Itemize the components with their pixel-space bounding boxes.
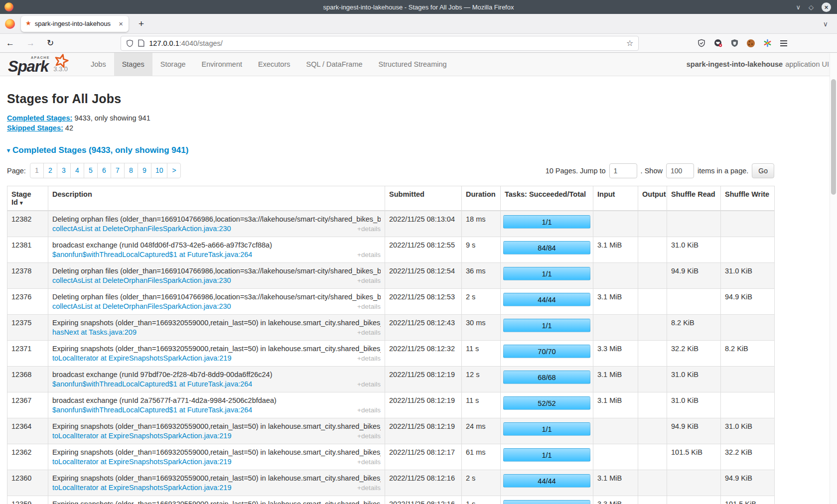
stage-id-cell: 12375: [7, 315, 48, 341]
tab-close-icon[interactable]: ×: [118, 20, 124, 27]
spark-star-icon: [54, 54, 69, 69]
details-toggle[interactable]: +details: [352, 277, 381, 284]
shuffle-read-cell: 94.9 KiB: [667, 263, 721, 289]
details-toggle[interactable]: +details: [352, 432, 381, 440]
page-button-3[interactable]: 3: [57, 163, 71, 178]
window-minimize-button[interactable]: ∨: [796, 4, 801, 10]
details-toggle[interactable]: +details: [352, 484, 381, 492]
mask-extension-icon[interactable]: [714, 39, 722, 47]
stage-callsite-link[interactable]: hasNext at Tasks.java:209: [52, 328, 137, 336]
collapse-arrow-icon: ▾: [7, 147, 10, 154]
tasks-cell: 52/52: [501, 392, 593, 418]
page-button-7[interactable]: 7: [111, 163, 125, 178]
url-text[interactable]: 127.0.0.1:4040/stages/: [149, 39, 622, 47]
column-header-duration[interactable]: Duration: [462, 186, 501, 211]
completed-stages-link[interactable]: Completed Stages:: [7, 114, 72, 122]
stage-callsite-link[interactable]: $anonfun$withThreadLocalCaptured$1 at Fu…: [52, 380, 252, 388]
shield-check-extension-icon[interactable]: [698, 39, 705, 47]
go-button[interactable]: Go: [752, 163, 774, 178]
tasks-progress-label: 84/84: [504, 242, 590, 254]
spark-tab-jobs[interactable]: Jobs: [83, 53, 114, 76]
spark-logo[interactable]: Spark APACHE 3.3.0: [0, 53, 76, 76]
stage-callsite-link[interactable]: $anonfun$withThreadLocalCaptured$1 at Fu…: [52, 251, 252, 258]
page-info-icon[interactable]: [138, 39, 144, 47]
stage-callsite-link[interactable]: toLocalIterator at ExpireSnapshotsSparkA…: [52, 484, 232, 492]
duration-cell: 24 ms: [462, 418, 501, 444]
url-bar[interactable]: 127.0.0.1:4040/stages/ ☆: [121, 36, 639, 51]
spark-tab-sql-dataframe[interactable]: SQL / DataFrame: [298, 53, 370, 76]
shuffle-write-cell: 32.2 KiB: [721, 444, 775, 470]
browser-tab[interactable]: ★ spark-ingest-into-lakehous ×: [21, 16, 129, 32]
scrollbar-thumb[interactable]: [831, 79, 836, 195]
reload-button[interactable]: ↻: [41, 39, 60, 47]
spark-favicon-icon: ★: [25, 20, 31, 26]
spark-tab-executors[interactable]: Executors: [250, 53, 298, 76]
forward-button[interactable]: →: [20, 39, 41, 47]
table-row: 12362 Expiring snapshots (older_than=166…: [7, 444, 775, 470]
completed-stages-section-header[interactable]: ▾Completed Stages (9433, only showing 94…: [7, 145, 837, 155]
tasks-cell: 44/44: [501, 289, 593, 315]
skipped-stages-link[interactable]: Skipped Stages:: [7, 124, 63, 132]
input-cell: [593, 263, 638, 289]
shuffle-read-cell: 31.0 KiB: [667, 367, 721, 392]
details-toggle[interactable]: +details: [352, 225, 381, 233]
page-button-8[interactable]: 8: [124, 163, 138, 178]
spark-tab-structured-streaming[interactable]: Structured Streaming: [371, 53, 455, 76]
tasks-cell: 1/1: [501, 263, 593, 289]
ublock-extension-icon[interactable]: [731, 39, 738, 47]
details-toggle[interactable]: +details: [352, 458, 381, 466]
hamburger-menu-icon[interactable]: [780, 40, 787, 46]
next-page-button[interactable]: >: [167, 163, 181, 178]
description-cell: Expiring snapshots (older_than=166932055…: [48, 496, 385, 504]
stage-description: Expiring snapshots (older_than=166932055…: [52, 319, 381, 327]
details-toggle[interactable]: +details: [352, 251, 381, 258]
details-toggle[interactable]: +details: [352, 406, 381, 414]
shuffle-write-cell: [721, 211, 775, 237]
back-button[interactable]: ←: [0, 39, 20, 47]
items-per-page-input[interactable]: [666, 163, 694, 178]
details-toggle[interactable]: +details: [352, 329, 381, 336]
cookie-extension-icon[interactable]: [747, 39, 755, 47]
new-tab-button[interactable]: +: [136, 18, 147, 29]
stage-callsite-link[interactable]: $anonfun$withThreadLocalCaptured$1 at Fu…: [52, 406, 252, 414]
output-cell: [638, 289, 667, 315]
page-button-4[interactable]: 4: [70, 163, 84, 178]
shield-icon[interactable]: [126, 39, 134, 47]
page-button-6[interactable]: 6: [97, 163, 111, 178]
spark-tab-stages[interactable]: Stages: [114, 53, 152, 76]
stage-callsite-link[interactable]: toLocalIterator at ExpireSnapshotsSparkA…: [52, 458, 232, 466]
page-button-1[interactable]: 1: [30, 163, 44, 178]
column-header-tasks-succeeded-total[interactable]: Tasks: Succeeded/Total: [501, 186, 593, 211]
application-id-text: spark-ingest-into-lakehouse application …: [687, 53, 837, 76]
details-toggle[interactable]: +details: [352, 380, 381, 388]
column-header-input[interactable]: Input: [593, 186, 638, 211]
list-all-tabs-icon[interactable]: ∨: [823, 20, 828, 28]
jump-to-page-input[interactable]: [609, 163, 637, 178]
page-button-2[interactable]: 2: [43, 163, 57, 178]
page-button-10[interactable]: 10: [151, 163, 168, 178]
spark-tab-environment[interactable]: Environment: [194, 53, 250, 76]
details-toggle[interactable]: +details: [352, 303, 381, 310]
column-header-shuffle-read[interactable]: Shuffle Read: [667, 186, 721, 211]
window-close-button[interactable]: ×: [822, 2, 831, 12]
stage-callsite-link[interactable]: toLocalIterator at ExpireSnapshotsSparkA…: [52, 354, 232, 362]
stage-callsite-link[interactable]: collectAsList at DeleteOrphanFilesSparkA…: [52, 276, 231, 284]
shuffle-write-cell: [721, 315, 775, 341]
page-button-9[interactable]: 9: [138, 163, 151, 178]
column-header-description[interactable]: Description: [48, 186, 385, 211]
page-button-5[interactable]: 5: [84, 163, 98, 178]
colorful-asterisk-extension-icon[interactable]: [763, 39, 772, 47]
firefox-icon: [5, 19, 15, 29]
stage-callsite-link[interactable]: toLocalIterator at ExpireSnapshotsSparkA…: [52, 432, 232, 440]
details-toggle[interactable]: +details: [352, 355, 381, 362]
stage-callsite-link[interactable]: collectAsList at DeleteOrphanFilesSparkA…: [52, 302, 231, 310]
column-header-shuffle-write[interactable]: Shuffle Write: [721, 186, 775, 211]
window-scrollbar[interactable]: [830, 53, 837, 504]
spark-tab-storage[interactable]: Storage: [152, 53, 194, 76]
bookmark-star-icon[interactable]: ☆: [626, 38, 633, 48]
stage-callsite-link[interactable]: collectAsList at DeleteOrphanFilesSparkA…: [52, 225, 231, 233]
column-header-submitted[interactable]: Submitted: [385, 186, 462, 211]
column-header-stage-id[interactable]: Stage Id▾: [7, 186, 48, 211]
column-header-output[interactable]: Output: [638, 186, 667, 211]
window-maximize-button[interactable]: ◇: [809, 4, 814, 10]
